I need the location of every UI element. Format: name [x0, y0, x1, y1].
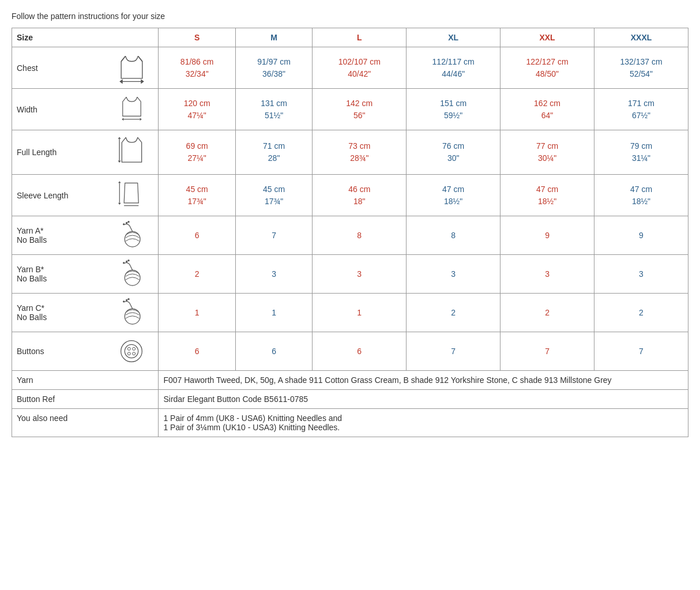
svg-point-17 — [126, 222, 127, 224]
data-cell-xl: 2 — [407, 294, 500, 332]
row-label-cell: Chest — [12, 47, 159, 89]
data-cell-xxxl: 9 — [594, 216, 688, 255]
width-icon — [108, 93, 155, 125]
you-also-need-row-label: You also need — [12, 409, 159, 437]
you-also-need-row: You also need1 Pair of 4mm (UK8 - USA6) … — [12, 409, 688, 437]
yarn-row: YarnF007 Haworth Tweed, DK, 50g, A shade… — [12, 371, 688, 390]
data-cell-l: 8 — [313, 216, 407, 255]
yarn-row-label: Yarn — [12, 371, 159, 390]
data-cell-s: 81/86 cm 32/34" — [159, 47, 235, 89]
data-cell-xxl: 7 — [500, 332, 594, 371]
data-cell-l: 142 cm 56" — [313, 89, 407, 130]
svg-point-27 — [121, 341, 142, 362]
svg-point-25 — [126, 299, 127, 301]
svg-point-22 — [128, 260, 130, 261]
svg-marker-4 — [141, 80, 144, 84]
yarn-row-value: F007 Haworth Tweed, DK, 50g, A shade 911… — [159, 371, 688, 390]
row-label-cell: Width — [12, 89, 159, 130]
data-cell-xxxl: 2 — [594, 294, 688, 332]
table-row: Chest 81/86 cm 32/34"91/97 cm 36/38"102/… — [12, 47, 688, 89]
button-ref-row-value: Sirdar Elegant Button Code B5611-0785 — [159, 390, 688, 409]
data-cell-xl: 8 — [407, 216, 500, 255]
svg-marker-12 — [118, 181, 121, 183]
col-s-header: S — [159, 28, 235, 47]
data-cell-m: 3 — [235, 255, 312, 294]
col-l-header: L — [313, 28, 407, 47]
data-cell-xxxl: 3 — [594, 255, 688, 294]
svg-point-20 — [123, 262, 125, 264]
svg-marker-10 — [118, 161, 121, 163]
svg-marker-3 — [120, 80, 122, 84]
svg-point-18 — [128, 221, 130, 223]
data-cell-xxxl: 132/137 cm 52/54" — [594, 47, 688, 89]
data-cell-xxxl: 7 — [594, 332, 688, 371]
col-xxxl-header: XXXL — [594, 28, 688, 47]
chest-icon — [108, 52, 155, 84]
header-row: Size S M L XL XXL XXXL — [12, 28, 688, 47]
col-m-header: M — [235, 28, 312, 47]
data-cell-xl: 7 — [407, 332, 500, 371]
data-cell-l: 73 cm 28¾" — [313, 130, 407, 175]
data-cell-s: 1 — [159, 294, 235, 332]
data-cell-m: 131 cm 51½" — [235, 89, 312, 130]
data-cell-xxxl: 171 cm 67½" — [594, 89, 688, 130]
buttons-icon — [108, 337, 155, 366]
length-icon — [108, 135, 155, 170]
svg-point-26 — [128, 298, 130, 300]
col-xxl-header: XXL — [500, 28, 594, 47]
data-cell-xxl: 77 cm 30¼" — [500, 130, 594, 175]
svg-point-24 — [123, 300, 125, 302]
data-cell-xxl: 3 — [500, 255, 594, 294]
data-cell-s: 120 cm 47¼" — [159, 89, 235, 130]
size-table: Size S M L XL XXL XXXL Chest 81/86 cm 32… — [12, 28, 688, 437]
data-cell-xxxl: 79 cm 31¼" — [594, 130, 688, 175]
svg-point-30 — [133, 347, 136, 350]
yarn-icon — [108, 221, 155, 250]
svg-marker-13 — [118, 203, 121, 205]
data-cell-xxxl: 47 cm 18½" — [594, 175, 688, 216]
data-cell-l: 3 — [313, 255, 407, 294]
svg-marker-9 — [118, 137, 121, 138]
table-row: Sleeve Length 45 cm 17¾"45 cm 17¾"46 cm … — [12, 175, 688, 216]
data-cell-m: 71 cm 28" — [235, 130, 312, 175]
row-label-cell: Full Length — [12, 130, 159, 175]
row-label-text: Yarn B* No Balls — [17, 265, 47, 283]
data-cell-xl: 112/117 cm 44/46" — [407, 47, 500, 89]
row-label-text: Chest — [17, 63, 38, 73]
row-label-text: Yarn C* No Balls — [17, 303, 47, 322]
data-cell-m: 1 — [235, 294, 312, 332]
row-label-text: Buttons — [17, 347, 44, 356]
data-cell-s: 69 cm 27¼" — [159, 130, 235, 175]
data-cell-m: 91/97 cm 36/38" — [235, 47, 312, 89]
svg-line-0 — [121, 56, 125, 61]
row-label-text: Yarn A* No Balls — [17, 226, 47, 245]
row-label-text: Sleeve Length — [17, 191, 69, 200]
data-cell-m: 7 — [235, 216, 312, 255]
svg-marker-6 — [122, 118, 123, 121]
svg-marker-7 — [140, 118, 142, 121]
sleeve-icon — [108, 179, 155, 211]
data-cell-xl: 76 cm 30" — [407, 130, 500, 175]
data-cell-m: 45 cm 17¾" — [235, 175, 312, 216]
data-cell-xxl: 2 — [500, 294, 594, 332]
table-row: Buttons 666777 — [12, 332, 688, 371]
svg-point-31 — [128, 352, 131, 355]
data-cell-l: 102/107 cm 40/42" — [313, 47, 407, 89]
row-label-text: Full Length — [17, 148, 57, 157]
data-cell-m: 6 — [235, 332, 312, 371]
row-label-cell: Buttons — [12, 332, 159, 371]
table-row: Width 120 cm 47¼"131 cm 51½"142 cm 56"15… — [12, 89, 688, 130]
yarn-icon — [108, 298, 155, 327]
row-label-cell: Yarn A* No Balls — [12, 216, 159, 255]
button-ref-row-label: Button Ref — [12, 390, 159, 409]
data-cell-s: 2 — [159, 255, 235, 294]
svg-point-16 — [123, 223, 125, 225]
you-also-need-row-value: 1 Pair of 4mm (UK8 - USA6) Knitting Need… — [159, 409, 688, 437]
svg-point-29 — [128, 347, 131, 350]
button-ref-row: Button RefSirdar Elegant Button Code B56… — [12, 390, 688, 409]
data-cell-s: 6 — [159, 216, 235, 255]
intro-text: Follow the pattern instructions for your… — [12, 12, 688, 21]
yarn-icon — [108, 260, 155, 288]
data-cell-xxl: 9 — [500, 216, 594, 255]
data-cell-l: 46 cm 18" — [313, 175, 407, 216]
